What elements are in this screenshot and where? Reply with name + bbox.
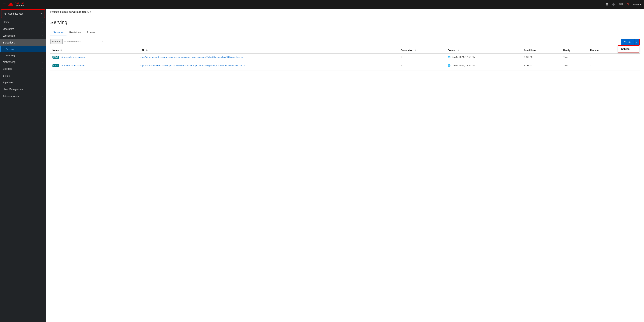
cell-kebab-0: ⋮ — [618, 54, 640, 62]
home-chevron-icon: › — [42, 21, 43, 23]
kebab-menu-0[interactable]: ⋮ — [620, 56, 625, 60]
create-dropdown-toggle[interactable]: ▾ — [634, 39, 639, 45]
role-switcher[interactable]: ⚙ Administrator ▾ — [1, 9, 45, 18]
builds-chevron-icon: › — [42, 74, 43, 77]
gen-sort-icon[interactable]: ⇅ — [414, 49, 416, 52]
brand-openshift-text: OpenShift — [15, 4, 25, 7]
main-content: Project: globex-serverless-user1 ▾ Servi… — [46, 8, 644, 322]
role-label: Administrator — [8, 12, 23, 15]
sidebar-item-operators-label: Operators — [3, 28, 14, 30]
col-created: Created ⇅ — [446, 47, 522, 54]
sidebar-item-storage[interactable]: Storage › — [0, 66, 46, 72]
apps-grid-icon[interactable]: ⊞ — [606, 2, 608, 6]
tab-routes[interactable]: Routes — [84, 29, 98, 36]
create-dropdown-menu: Service — [618, 45, 639, 53]
brand-text: Red Hat OpenShift — [15, 2, 25, 7]
cell-name-0: KSVC aiml-moderate-reviews — [50, 54, 138, 62]
toolbar: Name ▾ / Create ▾ Service — [46, 36, 644, 47]
brand-red-text: Red Hat — [15, 2, 25, 4]
hamburger-menu[interactable]: ☰ — [3, 2, 6, 6]
col-generation: Generation ⇅ — [399, 47, 446, 54]
table-row: KSVC aiml-moderate-reviews https://aiml-… — [50, 54, 640, 62]
project-dropdown-icon[interactable]: ▾ — [90, 10, 91, 13]
cell-name-1: KSVC aiml-sentiment-reviews — [50, 62, 138, 70]
globe-icon-1: 🌐 — [448, 64, 450, 67]
cell-reason-0: - — [588, 54, 618, 62]
external-link-icon-0: ↗ — [244, 56, 245, 58]
sidebar-sub-item-serving[interactable]: Serving — [0, 46, 46, 52]
table-row: KSVC aiml-sentiment-reviews https://aiml… — [50, 62, 640, 70]
cell-created-0: 🌐 Jan 5, 2024, 12:59 PM — [446, 54, 522, 62]
page-title: Serving — [50, 20, 640, 25]
sidebar-item-builds-label: Builds — [3, 74, 10, 77]
role-chevron-icon: ▾ — [40, 12, 42, 15]
sidebar-item-home[interactable]: Home › — [0, 19, 46, 26]
cell-url-1: https://aiml-sentiment-reviews-globex-se… — [138, 62, 399, 70]
services-table-container: Name ⇅ URL ⇅ Generation ⇅ Created — [46, 47, 644, 322]
cell-gen-0: 2 — [399, 54, 446, 62]
sidebar-item-workloads[interactable]: Workloads › — [0, 32, 46, 39]
add-icon[interactable]: ➕ — [612, 2, 615, 6]
table-header: Name ⇅ URL ⇅ Generation ⇅ Created — [50, 47, 640, 54]
created-date-1: Jan 5, 2024, 12:59 PM — [452, 64, 476, 67]
sidebar-item-administration[interactable]: Administration › — [0, 93, 46, 100]
created-sort-icon[interactable]: ⇅ — [458, 49, 459, 52]
url-link-0[interactable]: https://aiml-moderate-reviews-globex-ser… — [140, 56, 245, 58]
name-filter: Name ▾ / — [50, 39, 104, 44]
filter-name-label[interactable]: Name ▾ — [50, 39, 62, 44]
project-bar: Project: globex-serverless-user1 ▾ — [46, 8, 644, 15]
sidebar-sub-serving-label: Serving — [6, 48, 14, 50]
sidebar-item-pipelines[interactable]: Pipelines › — [0, 79, 46, 86]
col-url: URL ⇅ — [138, 47, 399, 54]
user-chevron-icon: ▾ — [640, 3, 641, 6]
cell-ready-0: True — [561, 54, 588, 62]
sidebar: ⚙ Administrator ▾ Home › Operators › Wor… — [0, 8, 46, 322]
create-service-menu-item[interactable]: Service — [618, 45, 639, 52]
cell-reason-1: - — [588, 62, 618, 70]
sidebar-item-storage-label: Storage — [3, 68, 12, 70]
service-link-1[interactable]: aiml-sentiment-reviews — [61, 64, 85, 67]
user-label: user1 — [633, 3, 639, 6]
url-link-1[interactable]: https://aiml-sentiment-reviews-globex-se… — [140, 64, 245, 67]
kebab-menu-1[interactable]: ⋮ — [620, 64, 625, 68]
cell-url-0: https://aiml-moderate-reviews-globex-ser… — [138, 54, 399, 62]
search-input[interactable] — [62, 39, 102, 44]
user-menu[interactable]: user1 ▾ — [633, 3, 641, 6]
redhat-hat-icon — [8, 2, 14, 6]
operators-chevron-icon: › — [42, 28, 43, 30]
sidebar-item-home-label: Home — [3, 21, 10, 24]
user-mgmt-chevron-icon: › — [42, 88, 43, 90]
sidebar-item-builds[interactable]: Builds › — [0, 72, 46, 79]
gear-icon: ⚙ — [4, 12, 7, 15]
sidebar-item-serverless[interactable]: Serverless ⌄ — [0, 39, 46, 46]
tab-revisions[interactable]: Revisions — [66, 29, 84, 36]
sidebar-item-workloads-label: Workloads — [3, 34, 15, 37]
services-table: Name ⇅ URL ⇅ Generation ⇅ Created — [50, 47, 640, 70]
help-icon[interactable]: ❓ — [626, 2, 630, 6]
brand: Red Hat OpenShift — [8, 2, 604, 7]
workloads-chevron-icon: › — [42, 35, 43, 37]
topnav-icons: ⊞ ➕ ⌨ ❓ user1 ▾ — [606, 2, 641, 6]
terminal-icon[interactable]: ⌨ — [618, 2, 623, 6]
service-link-0[interactable]: aiml-moderate-reviews — [61, 56, 84, 58]
cell-kebab-1: ⋮ — [618, 62, 640, 70]
col-conditions: Conditions — [522, 47, 561, 54]
project-label: Project: — [50, 10, 59, 13]
sidebar-item-pipelines-label: Pipelines — [3, 81, 13, 84]
col-reason: Reason — [588, 47, 618, 54]
name-sort-icon[interactable]: ⇅ — [60, 49, 62, 52]
external-link-icon-1: ↗ — [244, 64, 245, 67]
url-sort-icon[interactable]: ⇅ — [146, 49, 148, 52]
ksvc-badge-1: KSVC — [52, 64, 59, 67]
page-header: Serving — [46, 15, 644, 29]
sidebar-item-operators[interactable]: Operators › — [0, 26, 46, 32]
cell-gen-1: 2 — [399, 62, 446, 70]
sidebar-item-networking[interactable]: Networking › — [0, 58, 46, 66]
create-button[interactable]: Create — [621, 39, 634, 45]
table-body: KSVC aiml-moderate-reviews https://aiml-… — [50, 54, 640, 70]
redhat-logo: Red Hat OpenShift — [8, 2, 25, 7]
sidebar-item-user-management[interactable]: User Management › — [0, 86, 46, 93]
tab-services[interactable]: Services — [50, 29, 66, 36]
sidebar-sub-item-eventing[interactable]: Eventing — [0, 52, 46, 58]
globe-icon-0: 🌐 — [448, 56, 450, 58]
